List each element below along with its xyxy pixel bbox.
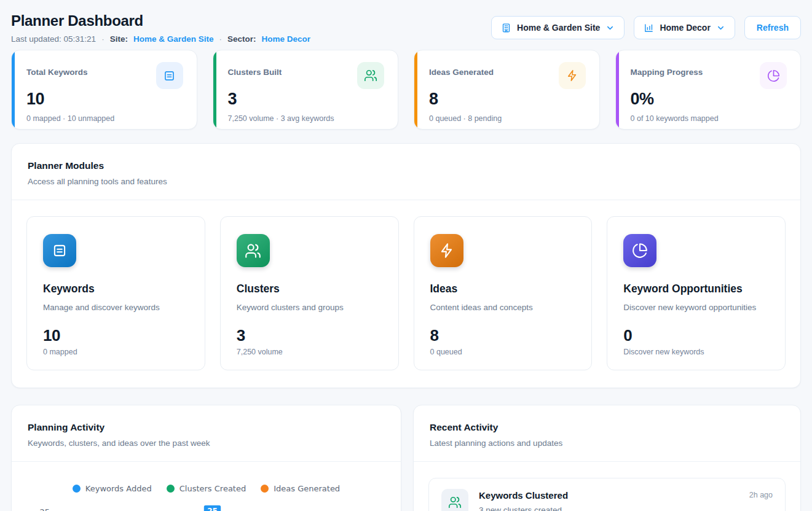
stat-card-clusters-built: Clusters Built 3 7,250 volume · 3 avg ke…: [213, 50, 399, 130]
meta-separator: ·: [219, 34, 222, 44]
recent-item-time: 2h ago: [749, 489, 773, 499]
legend-label: Keywords Added: [85, 484, 152, 493]
bottom-row: Planning Activity Keywords, clusters, an…: [11, 405, 801, 511]
stat-label: Clusters Built: [228, 62, 282, 77]
module-card-clusters[interactable]: Clusters Keyword clusters and groups 3 7…: [220, 216, 399, 370]
svg-text:25: 25: [207, 507, 218, 511]
planning-activity-subtitle: Keywords, clusters, and ideas over the p…: [28, 439, 385, 448]
module-description: Discover new keyword opportunities: [623, 303, 769, 312]
legend-item-ideas-generated[interactable]: Ideas Generated: [261, 484, 340, 493]
module-title: Keywords: [43, 283, 189, 295]
stat-value: 3: [228, 90, 385, 109]
meta-separator: ·: [101, 34, 104, 44]
recent-activity-panel: Recent Activity Latest planning actions …: [413, 405, 801, 511]
page-title: Planner Dashboard: [11, 12, 310, 29]
legend-dot: [261, 485, 269, 493]
pie-chart-icon: [623, 234, 656, 267]
pie-chart-icon: [760, 62, 787, 89]
site-label: Site:: [110, 34, 128, 44]
recent-activity-title: Recent Activity: [430, 422, 784, 433]
users-icon: [237, 234, 270, 267]
module-subtext: Discover new keywords: [623, 348, 769, 356]
legend-label: Clusters Created: [179, 484, 246, 493]
module-card-keywords[interactable]: Keywords Manage and discover keywords 10…: [26, 216, 205, 370]
module-title: Ideas: [430, 283, 576, 295]
module-card-keyword-opportunities[interactable]: Keyword Opportunities Discover new keywo…: [607, 216, 786, 370]
header-meta: Last updated: 05:31:21 · Site: Home & Ga…: [11, 34, 310, 44]
module-description: Keyword clusters and groups: [237, 303, 382, 312]
lightning-icon: [559, 62, 586, 89]
legend-item-clusters-created[interactable]: Clusters Created: [167, 484, 246, 493]
chart-legend: Keywords Added Clusters Created Ideas Ge…: [24, 484, 388, 493]
module-subtext: 0 queued: [430, 348, 576, 356]
stat-subtext: 0 of 10 keywords mapped: [631, 114, 787, 123]
recent-activity-subtitle: Latest planning actions and updates: [430, 439, 784, 448]
stat-value: 0%: [631, 90, 787, 109]
document-icon: [43, 234, 76, 267]
header-left: Planner Dashboard Last updated: 05:31:21…: [11, 12, 310, 44]
users-icon: [357, 62, 384, 89]
area-chart-canvas: 25 25 24: [24, 501, 390, 511]
last-updated-text: Last updated: 05:31:21: [11, 34, 96, 44]
legend-dot: [167, 485, 175, 493]
module-value: 3: [237, 326, 382, 345]
modules-panel-title: Planner Modules: [28, 160, 784, 171]
stat-accent-bar: [12, 50, 15, 129]
legend-dot: [73, 485, 81, 493]
recent-activity-list: Keywords Clustered 3 new clusters create…: [414, 462, 800, 511]
y-axis-tick-25: 25: [39, 507, 50, 511]
module-value: 8: [430, 326, 576, 345]
module-description: Content ideas and concepts: [430, 303, 576, 312]
site-selector-dropdown[interactable]: Home & Garden Site: [491, 16, 625, 39]
sector-link[interactable]: Home Decor: [261, 34, 310, 44]
module-value: 0: [623, 326, 769, 345]
sector-label: Sector:: [227, 34, 256, 44]
legend-label: Ideas Generated: [274, 484, 340, 493]
building-icon: [501, 23, 511, 33]
sector-selector-dropdown[interactable]: Home Decor: [634, 16, 735, 39]
stat-label: Ideas Generated: [429, 62, 494, 77]
planning-activity-title: Planning Activity: [28, 422, 385, 433]
planner-dashboard-page: Planner Dashboard Last updated: 05:31:21…: [0, 0, 812, 511]
stat-accent-bar: [414, 50, 417, 129]
stat-label: Total Keywords: [26, 62, 88, 77]
stat-card-total-keywords: Total Keywords 10 0 mapped · 10 unmapped: [11, 50, 197, 130]
activity-chart: Keywords Added Clusters Created Ideas Ge…: [12, 484, 401, 511]
stat-card-ideas-generated: Ideas Generated 8 0 queued · 8 pending: [414, 50, 600, 130]
module-title: Keyword Opportunities: [623, 283, 769, 295]
document-icon: [156, 62, 183, 89]
recent-activity-item[interactable]: Keywords Clustered 3 new clusters create…: [428, 478, 786, 511]
planner-modules-panel: Planner Modules Access all planning tool…: [11, 143, 801, 388]
legend-item-keywords-added[interactable]: Keywords Added: [73, 484, 152, 493]
header-controls: Home & Garden Site Home Decor Refresh: [491, 16, 801, 39]
chevron-down-icon: [716, 23, 725, 33]
page-header: Planner Dashboard Last updated: 05:31:21…: [11, 12, 801, 44]
stat-card-mapping-progress: Mapping Progress 0% 0 of 10 keywords map…: [615, 50, 802, 130]
users-icon: [441, 489, 468, 511]
stat-subtext: 7,250 volume · 3 avg keywords: [228, 114, 385, 123]
stat-value: 10: [26, 90, 183, 109]
sector-selector-label: Home Decor: [660, 23, 710, 33]
data-label-25: 25: [203, 505, 221, 511]
site-selector-label: Home & Garden Site: [517, 23, 600, 33]
module-subtext: 0 mapped: [43, 348, 189, 356]
recent-item-title: Keywords Clustered: [479, 490, 739, 501]
module-card-ideas[interactable]: Ideas Content ideas and concepts 8 0 que…: [414, 216, 593, 370]
modules-panel-subtitle: Access all planning tools and features: [28, 177, 784, 186]
stat-subtext: 0 mapped · 10 unmapped: [26, 114, 183, 123]
stats-row: Total Keywords 10 0 mapped · 10 unmapped…: [11, 50, 801, 130]
module-description: Manage and discover keywords: [43, 303, 189, 312]
bar-chart-icon: [644, 23, 654, 33]
refresh-button[interactable]: Refresh: [744, 16, 801, 39]
module-value: 10: [43, 326, 189, 345]
stat-subtext: 0 queued · 8 pending: [429, 114, 586, 123]
site-link[interactable]: Home & Garden Site: [133, 34, 214, 44]
stat-value: 8: [429, 90, 586, 109]
chevron-down-icon: [605, 23, 615, 33]
module-title: Clusters: [237, 283, 382, 295]
stat-accent-bar: [616, 50, 619, 129]
divider: [12, 461, 401, 462]
module-subtext: 7,250 volume: [237, 348, 382, 356]
stat-accent-bar: [213, 50, 216, 129]
recent-item-description: 3 new clusters created: [479, 505, 739, 511]
